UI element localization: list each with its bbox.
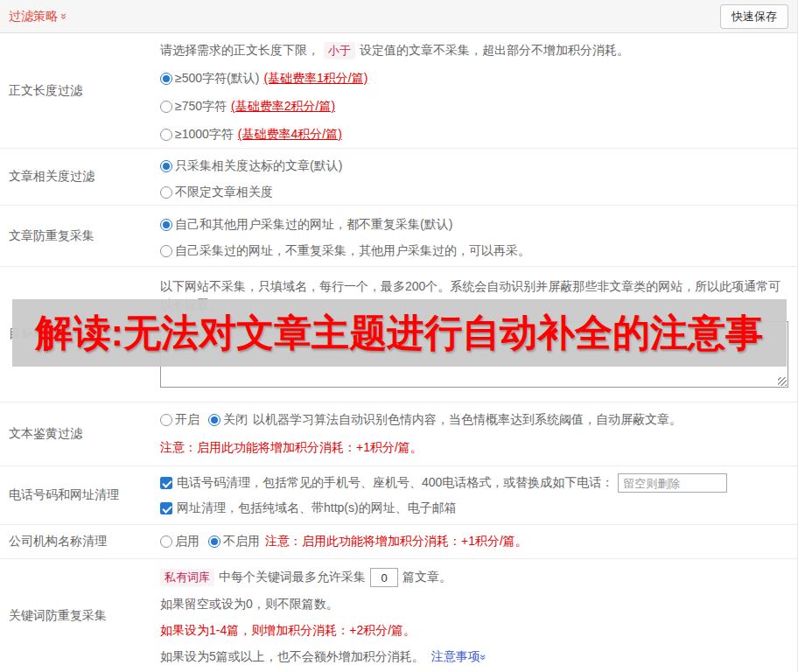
keyword-note-fee: 如果设为1-4篇，则增加积分消耗：+2积分/篇。 bbox=[160, 622, 790, 640]
watermark-overlay: 解读:无法对文章主题进行自动补全的注意事 bbox=[12, 299, 787, 367]
checkbox-url-clean[interactable] bbox=[160, 502, 172, 514]
radio-750[interactable] bbox=[160, 101, 172, 113]
company-clean-off[interactable]: 不启用 bbox=[208, 533, 260, 550]
fee-note: (基础费率2积分/篇) bbox=[231, 99, 335, 115]
radio-relevance-strict[interactable] bbox=[160, 160, 172, 172]
keyword-limit-input[interactable] bbox=[370, 568, 398, 587]
row-relevance-filter: 文章相关度过滤 只采集相关度达标的文章(默认) 不限定文章相关度 bbox=[0, 149, 797, 206]
watermark-text: 解读:无法对文章主题进行自动补全的注意事 bbox=[36, 308, 763, 359]
chevron-down-icon: » bbox=[59, 13, 70, 19]
private-thesaurus-badge: 私有词库 bbox=[160, 569, 214, 586]
url-clean-option[interactable]: 网址清理，包括纯域名、带http(s)的网址、电子邮箱 bbox=[160, 500, 790, 517]
notice-link[interactable]: 注意事项 » bbox=[431, 649, 486, 665]
porn-option-off[interactable]: 关闭 bbox=[208, 411, 248, 429]
row-company-name-clean: 公司机构名称清理 启用 不启用 注意：启用此功能将增加积分消耗：+1积分/篇。 bbox=[0, 525, 797, 559]
dedupe-option-all-users[interactable]: 自己和其他用户采集过的网址，都不重复采集(默认) bbox=[160, 216, 790, 234]
checkbox-phone-clean[interactable] bbox=[160, 477, 172, 489]
row-keyword-dedupe: 关键词防重复采集 私有词库 中每个关键词最多允许采集 篇文章。 如果留空或设为0… bbox=[0, 559, 797, 672]
keyword-note-zero: 如果留空或设为0，则不限篇数。 bbox=[160, 596, 790, 613]
relevance-option-strict[interactable]: 只采集相关度达标的文章(默认) bbox=[160, 158, 790, 175]
length-option-1000[interactable]: ≥1000字符 (基础费率4积分/篇) bbox=[160, 126, 790, 144]
porn-option-on[interactable]: 开启 bbox=[160, 411, 200, 429]
radio-porn-off[interactable] bbox=[208, 414, 220, 426]
radio-dedupe-self[interactable] bbox=[160, 245, 172, 257]
row-label-dedupe: 文章防重复采集 bbox=[0, 206, 160, 266]
filter-strategy-page: 过滤策略 » 快速保存 正文长度过滤 请选择需求的正文长度下限， 小于 设定值的… bbox=[0, 0, 798, 672]
radio-company-off[interactable] bbox=[208, 536, 220, 548]
row-label-company-clean: 公司机构名称清理 bbox=[0, 525, 160, 558]
keyword-note-five: 如果设为5篇或以上，也不会额外增加积分消耗。 注意事项 » bbox=[160, 648, 790, 666]
page-title[interactable]: 过滤策略 » bbox=[9, 9, 67, 24]
dedupe-option-self-only[interactable]: 自己采集过的网址，不重复采集，其他用户采集过的，可以再采。 bbox=[160, 242, 790, 260]
porn-filter-description: 以机器学习算法自动识别色情内容，当色情概率达到系统阈值，自动屏蔽文章。 bbox=[253, 412, 682, 428]
row-label-content-length: 正文长度过滤 bbox=[0, 33, 160, 148]
length-intro: 请选择需求的正文长度下限， 小于 设定值的文章不采集，超出部分不增加积分消耗。 bbox=[160, 42, 790, 60]
phone-clean-option[interactable]: 电话号码清理，包括常见的手机号、座机号、400电话格式，或替换成如下电话： bbox=[160, 473, 790, 493]
porn-filter-note: 注意：启用此功能将增加积分消耗：+1积分/篇。 bbox=[160, 439, 790, 457]
page-header: 过滤策略 » 快速保存 bbox=[0, 0, 797, 33]
radio-1000[interactable] bbox=[160, 129, 172, 141]
quick-save-button[interactable]: 快速保存 bbox=[720, 4, 788, 29]
chevron-down-icon: » bbox=[478, 654, 488, 661]
relevance-option-any[interactable]: 不限定文章相关度 bbox=[160, 184, 790, 201]
length-option-750[interactable]: ≥750字符 (基础费率2积分/篇) bbox=[160, 98, 790, 116]
fee-note: (基础费率1积分/篇) bbox=[263, 71, 368, 87]
row-label-relevance: 文章相关度过滤 bbox=[0, 149, 160, 205]
row-label-phone-url: 电话号码和网址清理 bbox=[0, 466, 160, 524]
page-title-text: 过滤策略 bbox=[9, 9, 58, 24]
row-label-porn-filter: 文本鉴黄过滤 bbox=[0, 402, 160, 466]
radio-500-selected[interactable] bbox=[160, 73, 172, 85]
row-label-keyword-dedupe: 关键词防重复采集 bbox=[0, 559, 160, 672]
less-than-badge: 小于 bbox=[324, 42, 355, 60]
row-phone-url-clean: 电话号码和网址清理 电话号码清理，包括常见的手机号、座机号、400电话格式，或替… bbox=[0, 466, 797, 525]
fee-note: (基础费率4积分/篇) bbox=[238, 127, 342, 143]
company-clean-on[interactable]: 启用 bbox=[160, 533, 200, 550]
radio-relevance-any[interactable] bbox=[160, 186, 172, 199]
replacement-phone-input[interactable] bbox=[618, 473, 727, 493]
row-dedupe-collection: 文章防重复采集 自己和其他用户采集过的网址，都不重复采集(默认) 自己采集过的网… bbox=[0, 206, 797, 267]
radio-dedupe-all[interactable] bbox=[160, 219, 172, 231]
radio-company-on[interactable] bbox=[160, 536, 172, 548]
row-porn-filter: 文本鉴黄过滤 开启 关闭 以机器学习算法自动识别色情内容，当色情概率达到系统阈值… bbox=[0, 402, 797, 466]
length-option-500[interactable]: ≥500字符(默认) (基础费率1积分/篇) bbox=[160, 70, 790, 88]
radio-porn-on[interactable] bbox=[160, 414, 172, 426]
keyword-limit-line: 私有词库 中每个关键词最多允许采集 篇文章。 bbox=[160, 568, 790, 587]
company-clean-note: 注意：启用此功能将增加积分消耗：+1积分/篇。 bbox=[265, 534, 528, 550]
row-content-length-filter: 正文长度过滤 请选择需求的正文长度下限， 小于 设定值的文章不采集，超出部分不增… bbox=[0, 33, 797, 149]
